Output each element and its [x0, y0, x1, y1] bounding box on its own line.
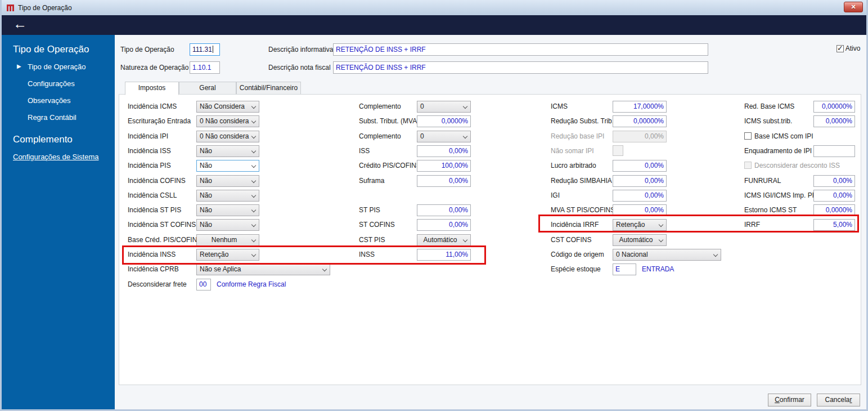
app-logo-icon	[6, 3, 15, 12]
form-row: Desconsiderar desconto ISS	[119, 160, 861, 173]
form-row: Red. Base ICMS0,00000%	[119, 101, 861, 114]
field-label: Espécie estoque	[551, 263, 601, 275]
checkbox-label: Base ICMS com IPI	[754, 131, 813, 142]
field-extra-text: ENTRADA	[642, 263, 674, 275]
sidebar-item-regra-contabil[interactable]: Regra Contábil	[28, 113, 77, 122]
dialog-window: Tipo de Operação ✕ ← Tipo de Operação ▶ …	[0, 0, 868, 411]
title-bar: Tipo de Operação ✕	[2, 0, 866, 15]
cancelar-button[interactable]: Cancelar	[817, 394, 860, 406]
tipo-de-operacao-label: Tipo de Operação	[120, 43, 174, 56]
tab-impostos[interactable]: Impostos	[125, 82, 179, 95]
sidebar-item-configuracoes[interactable]: Configurações	[28, 79, 75, 88]
sidebar-link-configuracoes-de-sistema[interactable]: Configurações de Sistema	[13, 153, 98, 161]
descricao-nota-fiscal-label: Descrição nota fiscal	[268, 61, 331, 74]
form-row: FUNRURAL0,00%	[119, 175, 861, 189]
sidebar-item-observacoes[interactable]: Observações	[28, 96, 71, 105]
tab-geral[interactable]: Geral	[179, 82, 236, 95]
value-input[interactable]: 00	[196, 279, 211, 291]
nav-bar: ←	[2, 15, 866, 35]
field-label: Enquadramento de IPI	[744, 145, 812, 157]
dropdown[interactable]: Automático	[613, 234, 667, 246]
field-label: ICMS IGI/ICMS Imp. PR	[744, 190, 817, 202]
value-input[interactable]: 0,0000%	[813, 204, 855, 216]
value-input[interactable]	[813, 145, 855, 157]
natureza-de-operacao-input[interactable]: 1.10.1	[190, 61, 220, 74]
descricao-informativa-label: Descrição informativa	[268, 43, 333, 56]
form-row: Espécie estoqueEENTRADA	[119, 263, 861, 277]
impostos-tab-panel: Incidência ICMSNão ConsideraEscrituração…	[119, 94, 861, 385]
value-input[interactable]: E	[613, 263, 636, 275]
sidebar-item-tipo-de-operacao[interactable]: ▶ Tipo de Operação	[28, 62, 86, 71]
field-label: Estorno ICMS ST	[744, 204, 797, 216]
sidebar-heading-complemento: Complemento	[13, 134, 73, 145]
tab-contabil-financeiro[interactable]: Contábil/Financeiro	[236, 82, 301, 95]
descricao-nota-fiscal-input[interactable]: RETENÇÃO DE INSS + IRRF	[333, 61, 708, 74]
ativo-checkbox-box[interactable]	[836, 45, 844, 52]
field-label: IRRF	[744, 219, 760, 231]
value-input[interactable]: 0,0000%	[813, 115, 855, 127]
value-input[interactable]: 5,00%	[813, 219, 855, 231]
checkbox-label: Desconsiderar desconto ISS	[754, 160, 840, 172]
field-label: Desconsiderar frete	[128, 279, 187, 291]
dropdown[interactable]: 0 Nacional	[613, 249, 721, 261]
field-label: Código de origem	[551, 249, 604, 261]
value-input[interactable]: 0,00%	[813, 190, 855, 202]
form-row: Estorno ICMS ST0,0000%	[119, 204, 861, 218]
ativo-label: Ativo	[845, 44, 861, 52]
value-input[interactable]: 0,00%	[813, 175, 855, 187]
text-caret	[213, 46, 213, 53]
active-item-arrow-icon: ▶	[17, 63, 21, 69]
main-content: Tipo de Operação 111.31 Descrição inform…	[115, 35, 866, 409]
window-title: Tipo de Operação	[18, 4, 72, 12]
field-label: CST COFINS	[551, 234, 591, 246]
tipo-de-operacao-input[interactable]: 111.31	[190, 43, 220, 56]
form-row: ICMS IGI/ICMS Imp. PR0,00%	[119, 190, 861, 203]
dropdown-value: 0 Nacional	[616, 251, 648, 258]
chevron-down-icon	[659, 238, 663, 242]
sidebar: Tipo de Operação ▶ Tipo de Operação Conf…	[2, 35, 115, 409]
field-extra-text: Conforme Regra Fiscal	[217, 279, 286, 291]
field-label: ICMS subst.trib.	[744, 115, 792, 127]
form-row: IRRF5,00%	[119, 219, 861, 233]
field-label: Red. Base ICMS	[744, 101, 794, 113]
checkbox[interactable]	[744, 132, 752, 140]
checkbox	[744, 162, 752, 169]
form-row: Base ICMS com IPI	[119, 131, 861, 144]
form-row: Enquadramento de IPI	[119, 145, 861, 159]
ativo-checkbox[interactable]: Ativo	[836, 44, 860, 52]
field-label: FUNRURAL	[744, 175, 781, 187]
form-row: Código de origem0 Nacional	[119, 249, 861, 262]
form-row: CST COFINSAutomático	[119, 234, 861, 248]
form-row: ICMS subst.trib.0,0000%	[119, 115, 861, 129]
form-row: Desconsiderar frete00Conforme Regra Fisc…	[119, 279, 861, 292]
descricao-informativa-input[interactable]: RETENÇÃO DE INSS + IRRF	[333, 43, 708, 56]
natureza-de-operacao-label: Natureza de Operação	[120, 61, 188, 74]
sidebar-heading: Tipo de Operação	[13, 44, 89, 55]
dropdown-value: Automático	[619, 236, 653, 244]
close-button[interactable]: ✕	[844, 2, 863, 12]
value-input[interactable]: 0,00000%	[813, 101, 855, 113]
back-arrow-icon[interactable]: ←	[13, 16, 27, 32]
confirmar-button[interactable]: Confirmar	[768, 394, 811, 406]
chevron-down-icon	[713, 252, 718, 257]
